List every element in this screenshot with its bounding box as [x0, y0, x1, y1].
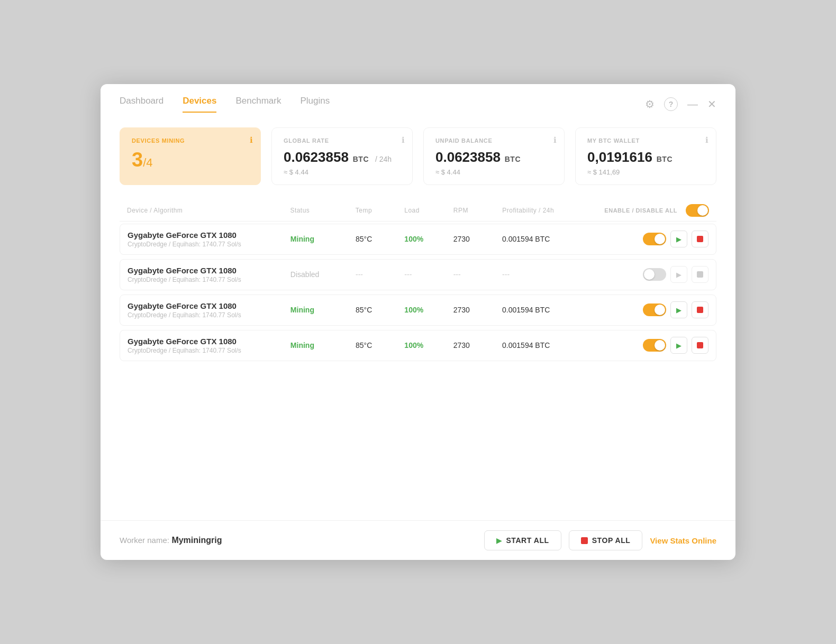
- device-load-3: 100%: [404, 306, 453, 314]
- device-play-btn-3[interactable]: ▶: [670, 301, 687, 318]
- worker-name: Myminingrig: [171, 536, 222, 545]
- btc-wallet-value: 0,0191616 BTC: [587, 148, 704, 166]
- device-row: Gygabyte GeForce GTX 1080 CryptoDredge /…: [120, 224, 716, 255]
- enable-all-label: ENABLE / DISABLE ALL: [604, 207, 677, 214]
- device-temp-3: 85°C: [356, 306, 404, 314]
- unpaid-balance-value: 0.0623858 BTC: [435, 148, 552, 166]
- device-status-4: Mining: [290, 341, 356, 350]
- device-profit-2: ---: [502, 270, 600, 279]
- stats-row: ℹ DEVICES MINING 3/4 ℹ GLOBAL RATE 0.062…: [120, 127, 716, 185]
- start-all-label: START ALL: [506, 536, 549, 545]
- btc-wallet-card: ℹ MY BTC WALLET 0,0191616 BTC ≈ $ 141,69: [575, 127, 716, 185]
- device-name-3: Gygabyte GeForce GTX 1080 CryptoDredge /…: [128, 301, 290, 319]
- nav-tabs: Dashboard Devices Benchmark Plugins: [120, 96, 330, 113]
- device-play-btn-2[interactable]: ▶: [670, 266, 687, 283]
- device-rpm-2: ---: [453, 270, 502, 279]
- global-rate-info-icon[interactable]: ℹ: [402, 135, 405, 145]
- table-header: Device / Algorithm Status Temp Load RPM …: [120, 200, 716, 222]
- col-header-rpm: RPM: [453, 207, 503, 214]
- device-play-btn-4[interactable]: ▶: [670, 337, 687, 354]
- device-temp-4: 85°C: [356, 341, 404, 349]
- stop-all-label: STOP ALL: [592, 536, 631, 545]
- help-icon[interactable]: ?: [664, 97, 678, 111]
- device-stop-btn-1[interactable]: [692, 231, 708, 247]
- global-rate-label: GLOBAL RATE: [284, 137, 401, 144]
- device-stop-btn-2[interactable]: [692, 266, 708, 283]
- device-stop-btn-3[interactable]: [692, 301, 708, 318]
- tab-devices[interactable]: Devices: [183, 96, 216, 113]
- device-table: Device / Algorithm Status Temp Load RPM …: [120, 200, 716, 361]
- device-temp-2: ---: [356, 270, 404, 279]
- device-name-4: Gygabyte GeForce GTX 1080 CryptoDredge /…: [128, 337, 290, 354]
- footer-actions: ▶ START ALL STOP ALL View Stats Online: [484, 530, 716, 550]
- device-controls-4: ▶: [600, 337, 708, 354]
- device-rpm-1: 2730: [453, 235, 502, 243]
- col-header-temp: Temp: [356, 207, 405, 214]
- device-load-4: 100%: [404, 341, 453, 349]
- global-rate-value: 0.0623858 BTC / 24h: [284, 148, 401, 166]
- tab-dashboard[interactable]: Dashboard: [120, 96, 163, 113]
- device-name-1: Gygabyte GeForce GTX 1080 CryptoDredge /…: [128, 231, 290, 248]
- enable-all-toggle[interactable]: [686, 204, 709, 217]
- device-row: Gygabyte GeForce GTX 1080 CryptoDredge /…: [120, 330, 716, 361]
- view-stats-button[interactable]: View Stats Online: [650, 536, 716, 545]
- device-controls-2: ▶: [600, 266, 708, 283]
- device-profit-3: 0.001594 BTC: [502, 306, 600, 314]
- col-header-load: Load: [404, 207, 453, 214]
- device-status-3: Mining: [290, 305, 356, 315]
- footer: Worker name: Myminingrig ▶ START ALL STO…: [101, 520, 735, 560]
- close-icon[interactable]: ✕: [707, 99, 716, 109]
- device-row: Gygabyte GeForce GTX 1080 CryptoDredge /…: [120, 295, 716, 326]
- tab-plugins[interactable]: Plugins: [300, 96, 330, 113]
- device-rpm-4: 2730: [453, 341, 502, 349]
- device-stop-btn-4[interactable]: [692, 337, 708, 354]
- col-header-enable-all: ENABLE / DISABLE ALL: [600, 204, 709, 217]
- btc-wallet-label: MY BTC WALLET: [587, 137, 704, 144]
- titlebar-actions: ⚙ ? — ✕: [645, 97, 716, 111]
- stop-all-stop-icon: [581, 537, 588, 544]
- device-toggle-4[interactable]: [643, 339, 666, 352]
- global-rate-card: ℹ GLOBAL RATE 0.0623858 BTC / 24h ≈ $ 4.…: [271, 127, 413, 185]
- device-load-1: 100%: [404, 235, 453, 243]
- device-status-2: Disabled: [290, 270, 356, 279]
- device-controls-3: ▶: [600, 301, 708, 318]
- devices-mining-label: DEVICES MINING: [132, 137, 249, 144]
- device-toggle-2[interactable]: [643, 268, 666, 281]
- device-play-btn-1[interactable]: ▶: [670, 231, 687, 247]
- devices-mining-card: ℹ DEVICES MINING 3/4: [120, 127, 261, 185]
- btc-wallet-sub: ≈ $ 141,69: [587, 168, 704, 176]
- settings-icon[interactable]: ⚙: [645, 99, 655, 109]
- device-status-1: Mining: [290, 234, 356, 244]
- minimize-icon[interactable]: —: [687, 99, 698, 109]
- device-rpm-3: 2730: [453, 306, 502, 314]
- start-all-button[interactable]: ▶ START ALL: [484, 530, 561, 550]
- tab-benchmark[interactable]: Benchmark: [235, 96, 281, 113]
- devices-mining-info-icon[interactable]: ℹ: [250, 135, 253, 145]
- device-name-2: Gygabyte GeForce GTX 1080 CryptoDredge /…: [128, 266, 290, 283]
- worker-info: Worker name: Myminingrig: [120, 536, 222, 545]
- unpaid-balance-info-icon[interactable]: ℹ: [553, 135, 557, 145]
- device-load-2: ---: [404, 270, 453, 279]
- device-profit-4: 0.001594 BTC: [502, 341, 600, 349]
- device-toggle-1[interactable]: [643, 233, 666, 245]
- unpaid-balance-sub: ≈ $ 4.44: [435, 168, 552, 176]
- col-header-status: Status: [290, 207, 355, 214]
- global-rate-sub: ≈ $ 4.44: [284, 168, 401, 176]
- stop-all-button[interactable]: STOP ALL: [569, 530, 643, 550]
- col-header-profit: Profitability / 24h: [502, 207, 600, 214]
- unpaid-balance-card: ℹ UNPAID BALANCE 0.0623858 BTC ≈ $ 4.44: [423, 127, 565, 185]
- col-header-device: Device / Algorithm: [127, 207, 290, 214]
- device-controls-1: ▶: [600, 231, 708, 247]
- device-row: Gygabyte GeForce GTX 1080 CryptoDredge /…: [120, 259, 716, 290]
- btc-wallet-info-icon[interactable]: ℹ: [705, 135, 708, 145]
- unpaid-balance-label: UNPAID BALANCE: [435, 137, 552, 144]
- devices-mining-value: 3/4: [132, 148, 249, 172]
- device-toggle-3[interactable]: [643, 303, 666, 316]
- worker-prefix: Worker name:: [120, 536, 169, 545]
- device-temp-1: 85°C: [356, 235, 404, 243]
- start-all-play-icon: ▶: [496, 537, 502, 545]
- device-profit-1: 0.001594 BTC: [502, 235, 600, 243]
